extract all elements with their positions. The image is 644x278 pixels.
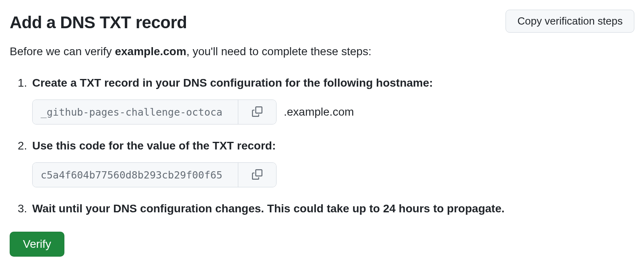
step-2-label: Use this code for the value of the TXT r… bbox=[32, 139, 276, 152]
step-1: Create a TXT record in your DNS configur… bbox=[18, 75, 634, 124]
step-3-label: Wait until your DNS configuration change… bbox=[32, 202, 504, 215]
page-title: Add a DNS TXT record bbox=[10, 10, 187, 35]
txt-value-input[interactable] bbox=[33, 163, 238, 187]
step-2: Use this code for the value of the TXT r… bbox=[18, 137, 634, 187]
step-1-label: Create a TXT record in your DNS configur… bbox=[32, 77, 433, 89]
hostname-domain-suffix: .example.com bbox=[284, 104, 354, 120]
copy-txt-value-button[interactable] bbox=[238, 163, 276, 187]
intro-domain: example.com bbox=[115, 45, 186, 58]
copy-hostname-button[interactable] bbox=[238, 100, 276, 124]
copy-icon bbox=[252, 169, 262, 181]
copy-verification-steps-button[interactable]: Copy verification steps bbox=[506, 10, 634, 33]
intro-suffix: , you'll need to complete these steps: bbox=[186, 45, 372, 58]
intro-prefix: Before we can verify bbox=[10, 45, 115, 58]
hostname-input-group bbox=[32, 100, 277, 124]
intro-text: Before we can verify example.com, you'll… bbox=[10, 43, 634, 60]
hostname-input[interactable] bbox=[33, 100, 238, 124]
step-3: Wait until your DNS configuration change… bbox=[18, 200, 634, 217]
copy-icon bbox=[252, 106, 262, 118]
txt-value-input-group bbox=[32, 162, 277, 187]
verify-button[interactable]: Verify bbox=[10, 232, 64, 257]
